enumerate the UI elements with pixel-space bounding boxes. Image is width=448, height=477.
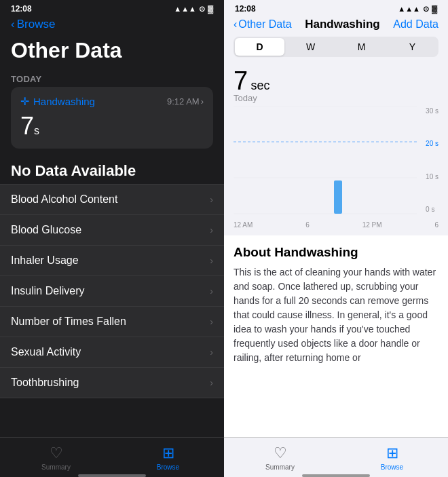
status-icons-right: ▲▲▲ ⊙ ▓ <box>398 5 437 14</box>
list-item-insulin[interactable]: Insulin Delivery › <box>0 276 224 307</box>
y-label-10s: 10 s <box>426 173 438 180</box>
today-section-label: Today <box>0 69 224 87</box>
tab-summary-left[interactable]: ♡ Summary <box>0 440 112 471</box>
status-bar-right: 12:08 ▲▲▲ ⊙ ▓ <box>224 0 448 16</box>
chart-container: 30 s 20 s 10 s 0 s <box>234 106 438 219</box>
y-label-0s: 0 s <box>426 206 438 213</box>
home-bar-left <box>78 474 146 477</box>
no-data-title: No Data Available <box>0 157 224 184</box>
card-header: ✛ Handwashing 9:12 AM › <box>20 95 204 108</box>
status-bar-left: 12:08 ▲▲▲ ⊙ ▓ <box>0 0 224 16</box>
chevron-icon-fallen: › <box>210 316 213 327</box>
wifi-icon-right: ⊙ <box>423 5 429 14</box>
list-item-toothbrush[interactable]: Toothbrushing › <box>0 368 224 398</box>
card-unit: s <box>34 125 39 136</box>
back-other-data-button[interactable]: ‹ Other Data <box>234 18 292 31</box>
back-browse-button[interactable]: ‹ Browse <box>11 18 213 31</box>
chart-main-value: 7 <box>234 66 248 95</box>
back-other-data-label: Other Data <box>238 18 291 31</box>
chevron-left-icon: ‹ <box>11 18 15 31</box>
tab-browse-right[interactable]: ⊞ Browse <box>336 440 448 471</box>
list-label-fallen: Number of Times Fallen <box>11 316 126 328</box>
chart-x-labels: 12 AM 6 12 PM 6 <box>224 219 448 229</box>
list-label-blood-alcohol: Blood Alcohol Content <box>11 193 117 206</box>
signal-icon: ▲▲▲ <box>174 5 196 13</box>
list-label-inhaler: Inhaler Usage <box>11 254 79 267</box>
x-label-12pm: 12 PM <box>362 221 382 229</box>
back-browse-label: Browse <box>17 18 56 31</box>
wifi-icon: ⊙ <box>199 5 205 14</box>
no-data-list: Blood Alcohol Content › Blood Glucose › … <box>0 184 224 437</box>
segment-control: D W M Y <box>234 37 438 57</box>
list-item-blood-alcohol[interactable]: Blood Alcohol Content › <box>0 184 224 215</box>
chevron-icon-blood-glucose: › <box>210 225 213 235</box>
svg-rect-4 <box>334 180 342 214</box>
home-bar-right <box>302 474 370 477</box>
tab-bar-left: ♡ Summary ⊞ Browse <box>0 437 224 474</box>
chevron-icon-inhaler: › <box>210 255 213 266</box>
tab-browse-left[interactable]: ⊞ Browse <box>112 440 224 471</box>
tab-summary-right[interactable]: ♡ Summary <box>224 440 336 471</box>
nav-bar-right: ‹ Other Data Handwashing Add Data <box>224 16 448 37</box>
tab-summary-label-right: Summary <box>265 463 295 471</box>
card-title: ✛ Handwashing <box>20 95 95 108</box>
handwashing-card[interactable]: ✛ Handwashing 9:12 AM › 7s <box>11 87 213 149</box>
add-data-button[interactable]: Add Data <box>393 18 438 31</box>
home-indicator-left <box>0 474 224 477</box>
list-label-toothbrush: Toothbrushing <box>11 377 79 389</box>
about-text: This is the act of cleaning your hands w… <box>234 265 438 365</box>
about-title: About Handwashing <box>234 245 438 260</box>
list-item-blood-glucose[interactable]: Blood Glucose › <box>0 215 224 246</box>
card-title-label: Handwashing <box>33 96 95 107</box>
detail-nav-title: Handwashing <box>305 18 380 31</box>
x-label-12am: 12 AM <box>234 221 253 229</box>
list-label-blood-glucose: Blood Glucose <box>11 224 81 236</box>
list-item-inhaler[interactable]: Inhaler Usage › <box>0 246 224 276</box>
chevron-left-icon-right: ‹ <box>234 18 237 31</box>
card-number: 7 <box>20 112 34 140</box>
battery-icon-right: ▓ <box>432 5 437 13</box>
page-title-left: Other Data <box>0 35 224 69</box>
status-icons-left: ▲▲▲ ⊙ ▓ <box>174 5 213 14</box>
heart-icon-left: ♡ <box>50 444 63 462</box>
list-label-insulin: Insulin Delivery <box>11 285 84 297</box>
tab-summary-label-left: Summary <box>41 463 71 471</box>
seg-btn-w[interactable]: W <box>286 38 335 56</box>
chevron-icon-insulin: › <box>210 286 213 297</box>
tab-browse-label-right: Browse <box>381 463 403 471</box>
card-chevron-icon: › <box>201 96 204 107</box>
tab-browse-label-left: Browse <box>157 463 179 471</box>
y-label-20s: 20 s <box>426 140 438 147</box>
chart-main-unit: sec <box>251 79 270 92</box>
chart-header: 7 sec Today <box>224 64 448 106</box>
seg-btn-y[interactable]: Y <box>388 38 437 56</box>
x-label-6: 6 <box>305 221 310 229</box>
y-label-30s: 30 s <box>426 107 438 115</box>
list-item-sexual[interactable]: Sexual Activity › <box>0 337 224 368</box>
heart-icon-right: ♡ <box>274 444 287 462</box>
card-time: 9:12 AM › <box>167 96 204 107</box>
time-right: 12:08 <box>235 4 256 14</box>
battery-icon: ▓ <box>208 5 213 13</box>
x-label-6pm: 6 <box>434 221 438 229</box>
card-value-display: 7s <box>20 112 204 140</box>
card-time-value: 9:12 AM <box>167 96 200 107</box>
browse-icon-right: ⊞ <box>386 444 398 462</box>
about-section: About Handwashing This is the act of cle… <box>224 235 448 437</box>
nav-bar-left: ‹ Browse <box>0 16 224 35</box>
time-left: 12:08 <box>11 4 32 14</box>
list-item-fallen[interactable]: Number of Times Fallen › <box>0 307 224 337</box>
browse-icon-left: ⊞ <box>162 444 174 462</box>
chart-value-display: 7 sec <box>234 66 438 96</box>
list-label-sexual: Sexual Activity <box>11 346 81 358</box>
chevron-icon-sexual: › <box>210 347 213 358</box>
signal-icon-right: ▲▲▲ <box>398 5 420 13</box>
home-indicator-right <box>224 474 448 477</box>
seg-btn-m[interactable]: M <box>337 38 386 56</box>
handwashing-icon: ✛ <box>20 95 29 108</box>
seg-btn-d[interactable]: D <box>235 38 284 56</box>
right-panel: 12:08 ▲▲▲ ⊙ ▓ ‹ Other Data Handwashing A… <box>224 0 448 477</box>
tab-bar-right: ♡ Summary ⊞ Browse <box>224 437 448 474</box>
left-panel: 12:08 ▲▲▲ ⊙ ▓ ‹ Browse Other Data Today … <box>0 0 224 477</box>
chevron-icon-blood-alcohol: › <box>210 194 213 205</box>
